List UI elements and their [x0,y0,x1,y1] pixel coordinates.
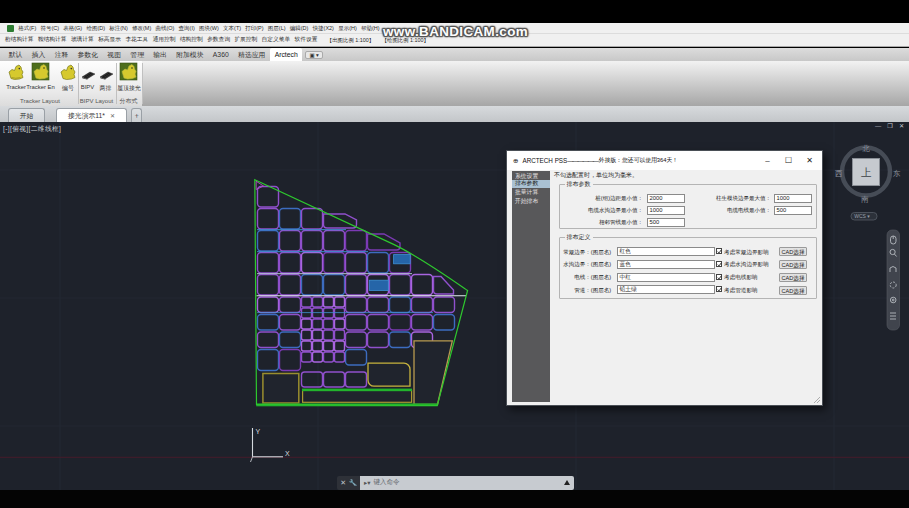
svg-text:X: X [285,450,290,457]
svg-text:北: 北 [862,144,870,153]
svg-text:WCS ▾: WCS ▾ [854,213,870,219]
svg-text:西: 西 [835,169,843,178]
svg-text:Y: Y [256,428,261,435]
svg-text:南: 南 [860,195,869,204]
svg-text:东: 东 [893,169,901,178]
svg-text:上: 上 [861,166,872,178]
